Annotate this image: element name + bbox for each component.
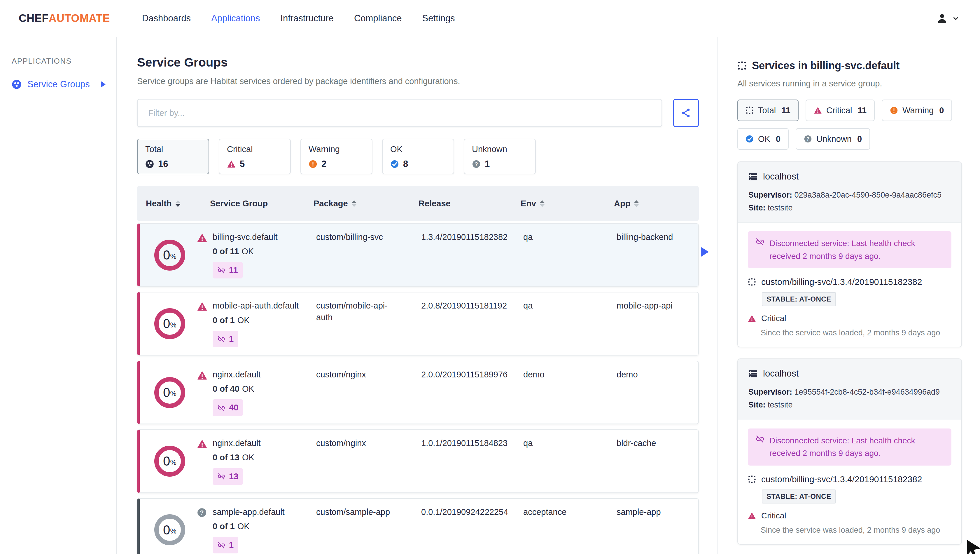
update-strategy-badge: STABLE: AT-ONCE: [762, 490, 836, 503]
primary-nav: Dashboards Applications Infrastructure C…: [142, 13, 455, 24]
chevron-down-icon: [952, 14, 959, 22]
service-card: localhost Supervisor: 029a3a8a-20ac-4590…: [737, 161, 962, 347]
release-cell: 1.0.1/20190115184823: [421, 437, 523, 485]
health-ring: 0 %: [154, 377, 185, 408]
column-header-env[interactable]: Env: [520, 199, 614, 208]
package-id: custom/billing-svc/1.3.4/20190115182382: [761, 474, 922, 484]
sidebar-item-label: Service Groups: [27, 79, 90, 89]
ok-icon: [746, 135, 754, 143]
link-off-icon: [217, 404, 226, 412]
chef-automate-logo[interactable]: CHEF AUTOMATE: [19, 12, 110, 24]
link-off-icon: [217, 335, 226, 343]
service-group-name: nginx.default: [213, 437, 299, 449]
nav-settings[interactable]: Settings: [422, 13, 455, 24]
services-detail-panel: Services in billing-svc.default All serv…: [718, 37, 980, 554]
server-icon: [748, 369, 758, 378]
column-header-health[interactable]: Health: [146, 199, 210, 208]
supervisor-id: 1e95554f-2cb8-4c52-b34f-e94634996ad9: [794, 388, 940, 396]
panel-subtitle: All services running in a service group.: [737, 79, 962, 88]
table-row[interactable]: 0 % mobile-api-auth.default 0 of 1OK 1: [137, 292, 699, 355]
pill-critical[interactable]: Critical 11: [806, 99, 875, 121]
link-off-icon: [217, 266, 226, 275]
chevron-right-icon: [101, 81, 106, 88]
filter-input[interactable]: [137, 99, 662, 127]
pill-total[interactable]: Total 11: [737, 99, 799, 121]
package-id: custom/billing-svc/1.3.4/20190115182382: [761, 277, 922, 287]
critical-icon: [748, 512, 756, 520]
table-row[interactable]: 0 % nginx.default 0 of 40OK 40 custo: [137, 361, 699, 424]
critical-icon: [748, 315, 756, 323]
table-row[interactable]: 0 % billing-svc.default 0 of 11OK 11: [137, 223, 699, 287]
status-card-total[interactable]: Total 16: [137, 139, 209, 174]
critical-icon: [227, 160, 235, 168]
service-group-name: billing-svc.default: [213, 231, 299, 243]
package-cell: custom/sample-app: [316, 506, 404, 553]
nav-infrastructure[interactable]: Infrastructure: [280, 13, 334, 24]
critical-icon: [197, 301, 207, 312]
sidebar-item-service-groups[interactable]: Service Groups: [12, 79, 106, 89]
app-cell: bldr-cache: [617, 437, 698, 485]
env-cell: demo: [523, 369, 617, 416]
app-cell: billing-backend: [617, 231, 698, 278]
update-strategy-badge: STABLE: AT-ONCE: [762, 292, 836, 306]
env-cell: qa: [523, 231, 617, 278]
sidebar: APPLICATIONS Service Groups: [0, 37, 117, 554]
total-icon: [746, 106, 754, 115]
share-icon: [681, 108, 691, 118]
health-ring: 0 %: [154, 514, 185, 545]
nav-dashboards[interactable]: Dashboards: [142, 13, 191, 24]
env-cell: qa: [523, 437, 617, 485]
critical-icon: [197, 233, 207, 243]
column-header-package[interactable]: Package: [313, 199, 418, 208]
link-off-icon: [217, 541, 226, 549]
health-ring: 0 %: [154, 308, 185, 339]
link-off-icon: [756, 434, 765, 460]
package-cell: custom/billing-svc: [316, 231, 404, 278]
logo-automate: AUTOMATE: [49, 12, 110, 24]
release-cell: 1.3.4/20190115182382: [421, 231, 523, 278]
service-group-list: 0 % billing-svc.default 0 of 11OK 11: [137, 223, 699, 554]
sidebar-section-label: APPLICATIONS: [12, 57, 106, 65]
package-cell: custom/nginx: [316, 437, 404, 485]
app-cell: mobile-app-api: [617, 300, 698, 347]
status-card-unknown[interactable]: Unknown 1: [464, 139, 536, 174]
service-group-name: mobile-api-auth.default: [213, 300, 299, 311]
pill-ok[interactable]: OK 0: [737, 128, 789, 150]
selected-row-arrow-icon[interactable]: [701, 247, 709, 257]
link-off-icon: [217, 472, 226, 481]
service-group-name: nginx.default: [213, 369, 299, 380]
disconnected-badge: 40: [213, 399, 243, 416]
sort-icon: [176, 200, 180, 207]
nav-compliance[interactable]: Compliance: [354, 13, 402, 24]
status-card-warning[interactable]: Warning 2: [301, 139, 372, 174]
health-since: Since the service was loaded, 2 months 9…: [760, 526, 951, 535]
release-cell: 0.0.1/20190924222254: [421, 506, 523, 553]
critical-icon: [197, 439, 207, 449]
pill-unknown[interactable]: Unknown 0: [795, 128, 870, 150]
nav-applications[interactable]: Applications: [211, 13, 260, 24]
critical-icon: [197, 370, 207, 381]
pill-warning[interactable]: Warning 0: [882, 99, 952, 121]
health-since: Since the service was loaded, 2 months 9…: [760, 328, 951, 337]
service-group-name: sample-app.default: [213, 506, 299, 518]
package-cell: custom/mobile-api-auth: [316, 300, 404, 347]
table-row[interactable]: 0 % sample-app.default 0 of 1OK 1 cu: [137, 498, 699, 554]
unknown-icon: [472, 160, 480, 168]
table-row[interactable]: 0 % nginx.default 0 of 13OK 13 custo: [137, 429, 699, 493]
warning-icon: [309, 160, 317, 168]
disconnected-alert: Disconnected service: Last health check …: [748, 428, 951, 466]
disconnected-badge: 1: [213, 331, 238, 347]
host-name: localhost: [763, 368, 799, 379]
status-card-ok[interactable]: OK 8: [382, 139, 454, 174]
user-menu[interactable]: [936, 13, 959, 24]
host-name: localhost: [763, 171, 799, 182]
status-card-critical[interactable]: Critical 5: [219, 139, 291, 174]
unknown-icon: [197, 508, 207, 517]
column-header-app[interactable]: App: [614, 199, 699, 208]
disconnected-badge: 13: [213, 468, 243, 485]
column-header-release[interactable]: Release: [418, 199, 520, 208]
column-header-service-group[interactable]: Service Group: [210, 199, 313, 208]
health-status: Critical: [761, 314, 786, 323]
page-title: Service Groups: [137, 56, 699, 69]
share-button[interactable]: [673, 99, 699, 127]
